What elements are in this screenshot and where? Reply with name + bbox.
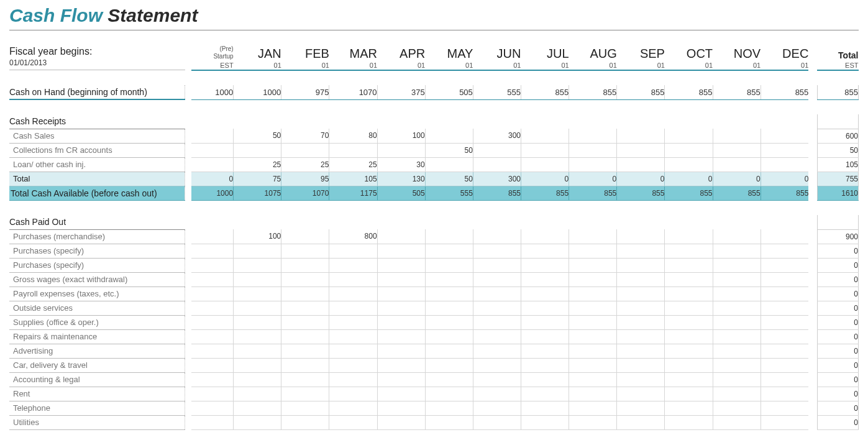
row-paid-6-cell[interactable] bbox=[329, 315, 377, 329]
row-paid-1-cell[interactable] bbox=[761, 244, 808, 258]
row-paid-11-cell[interactable] bbox=[281, 387, 329, 401]
row-paid-2-cell[interactable] bbox=[234, 258, 281, 272]
row-receipt-0-cell[interactable] bbox=[521, 129, 569, 143]
row-paid-9-cell[interactable] bbox=[191, 358, 234, 372]
row-receipt-0-cell[interactable]: 100 bbox=[377, 129, 425, 143]
row-paid-4-cell[interactable] bbox=[234, 286, 281, 301]
row-paid-4-cell[interactable] bbox=[425, 286, 473, 301]
row-paid-7-cell[interactable] bbox=[234, 329, 281, 344]
row-paid-11-cell[interactable] bbox=[665, 387, 713, 401]
row-paid-5-cell[interactable] bbox=[377, 301, 425, 315]
row-paid-10-cell[interactable] bbox=[665, 372, 713, 387]
row-paid-0-cell[interactable] bbox=[191, 229, 234, 244]
row-paid-12-cell[interactable] bbox=[377, 401, 425, 415]
row-paid-3-cell[interactable] bbox=[569, 272, 617, 286]
row-paid-8-cell[interactable] bbox=[665, 344, 713, 358]
row-paid-7-cell[interactable] bbox=[329, 329, 377, 344]
row-paid-12-cell[interactable] bbox=[191, 401, 234, 415]
row-paid-10-cell[interactable] bbox=[425, 372, 473, 387]
row-paid-2-cell[interactable] bbox=[425, 258, 473, 272]
row-paid-13-cell[interactable] bbox=[617, 415, 665, 429]
row-paid-9-cell[interactable] bbox=[569, 358, 617, 372]
row-paid-0-cell[interactable]: 100 bbox=[234, 229, 281, 244]
row-paid-2-cell[interactable] bbox=[473, 258, 521, 272]
row-paid-3-cell[interactable] bbox=[521, 272, 569, 286]
row-paid-13-cell[interactable] bbox=[473, 415, 521, 429]
fiscal-year-date[interactable]: 01/01/2013 bbox=[9, 57, 185, 68]
row-paid-13-cell[interactable] bbox=[191, 415, 234, 429]
row-receipt-1-cell[interactable] bbox=[377, 143, 425, 157]
row-paid-0-cell[interactable] bbox=[617, 229, 665, 244]
row-paid-2-cell[interactable] bbox=[191, 258, 234, 272]
row-paid-11-cell[interactable] bbox=[473, 387, 521, 401]
row-paid-8-cell[interactable] bbox=[377, 344, 425, 358]
row-paid-9-cell[interactable] bbox=[377, 358, 425, 372]
row-paid-9-cell[interactable] bbox=[281, 358, 329, 372]
row-receipt-2-cell[interactable]: 25 bbox=[234, 157, 281, 172]
row-paid-4-cell[interactable] bbox=[329, 286, 377, 301]
row-paid-0-cell[interactable] bbox=[377, 229, 425, 244]
row-paid-7-cell[interactable] bbox=[713, 329, 761, 344]
row-paid-2-cell[interactable] bbox=[569, 258, 617, 272]
row-paid-12-cell[interactable] bbox=[713, 401, 761, 415]
row-receipt-2-cell[interactable] bbox=[191, 157, 234, 172]
row-paid-0-cell[interactable] bbox=[473, 229, 521, 244]
row-paid-1-cell[interactable] bbox=[191, 244, 234, 258]
row-paid-8-cell[interactable] bbox=[425, 344, 473, 358]
row-receipt-2-cell[interactable]: 25 bbox=[281, 157, 329, 172]
row-paid-8-cell[interactable] bbox=[281, 344, 329, 358]
row-receipt-2-cell[interactable] bbox=[713, 157, 761, 172]
row-paid-8-cell[interactable] bbox=[617, 344, 665, 358]
row-paid-13-cell[interactable] bbox=[329, 415, 377, 429]
row-paid-13-cell[interactable] bbox=[521, 415, 569, 429]
row-paid-8-cell[interactable] bbox=[234, 344, 281, 358]
row-paid-13-cell[interactable] bbox=[665, 415, 713, 429]
row-paid-2-cell[interactable] bbox=[521, 258, 569, 272]
row-paid-12-cell[interactable] bbox=[617, 401, 665, 415]
row-paid-8-cell[interactable] bbox=[761, 344, 808, 358]
row-paid-2-cell[interactable] bbox=[329, 258, 377, 272]
row-paid-6-cell[interactable] bbox=[281, 315, 329, 329]
row-paid-9-cell[interactable] bbox=[234, 358, 281, 372]
row-receipt-1-cell[interactable] bbox=[234, 143, 281, 157]
row-paid-4-cell[interactable] bbox=[521, 286, 569, 301]
row-paid-10-cell[interactable] bbox=[713, 372, 761, 387]
row-receipt-2-cell[interactable] bbox=[521, 157, 569, 172]
row-paid-6-cell[interactable] bbox=[665, 315, 713, 329]
row-paid-8-cell[interactable] bbox=[713, 344, 761, 358]
row-receipt-1-cell[interactable] bbox=[521, 143, 569, 157]
row-paid-12-cell[interactable] bbox=[665, 401, 713, 415]
row-paid-0-cell[interactable] bbox=[281, 229, 329, 244]
row-paid-9-cell[interactable] bbox=[617, 358, 665, 372]
row-receipt-0-cell[interactable]: 70 bbox=[281, 129, 329, 143]
row-receipt-0-cell[interactable]: 50 bbox=[234, 129, 281, 143]
row-paid-3-cell[interactable] bbox=[377, 272, 425, 286]
row-paid-7-cell[interactable] bbox=[377, 329, 425, 344]
row-paid-4-cell[interactable] bbox=[761, 286, 808, 301]
row-paid-8-cell[interactable] bbox=[569, 344, 617, 358]
row-paid-9-cell[interactable] bbox=[521, 358, 569, 372]
row-paid-7-cell[interactable] bbox=[281, 329, 329, 344]
row-paid-6-cell[interactable] bbox=[425, 315, 473, 329]
row-paid-5-cell[interactable] bbox=[191, 301, 234, 315]
row-receipt-0-cell[interactable] bbox=[665, 129, 713, 143]
row-paid-1-cell[interactable] bbox=[473, 244, 521, 258]
row-paid-7-cell[interactable] bbox=[617, 329, 665, 344]
row-paid-3-cell[interactable] bbox=[473, 272, 521, 286]
row-receipt-1-cell[interactable] bbox=[713, 143, 761, 157]
row-paid-1-cell[interactable] bbox=[665, 244, 713, 258]
row-paid-2-cell[interactable] bbox=[665, 258, 713, 272]
row-paid-13-cell[interactable] bbox=[713, 415, 761, 429]
row-paid-7-cell[interactable] bbox=[569, 329, 617, 344]
row-paid-12-cell[interactable] bbox=[521, 401, 569, 415]
row-receipt-0-cell[interactable] bbox=[569, 129, 617, 143]
row-paid-4-cell[interactable] bbox=[665, 286, 713, 301]
row-paid-1-cell[interactable] bbox=[521, 244, 569, 258]
row-paid-3-cell[interactable] bbox=[234, 272, 281, 286]
row-receipt-1-cell[interactable]: 50 bbox=[425, 143, 473, 157]
row-paid-5-cell[interactable] bbox=[281, 301, 329, 315]
row-receipt-1-cell[interactable] bbox=[761, 143, 808, 157]
row-paid-12-cell[interactable] bbox=[761, 401, 808, 415]
row-paid-6-cell[interactable] bbox=[761, 315, 808, 329]
row-paid-6-cell[interactable] bbox=[713, 315, 761, 329]
